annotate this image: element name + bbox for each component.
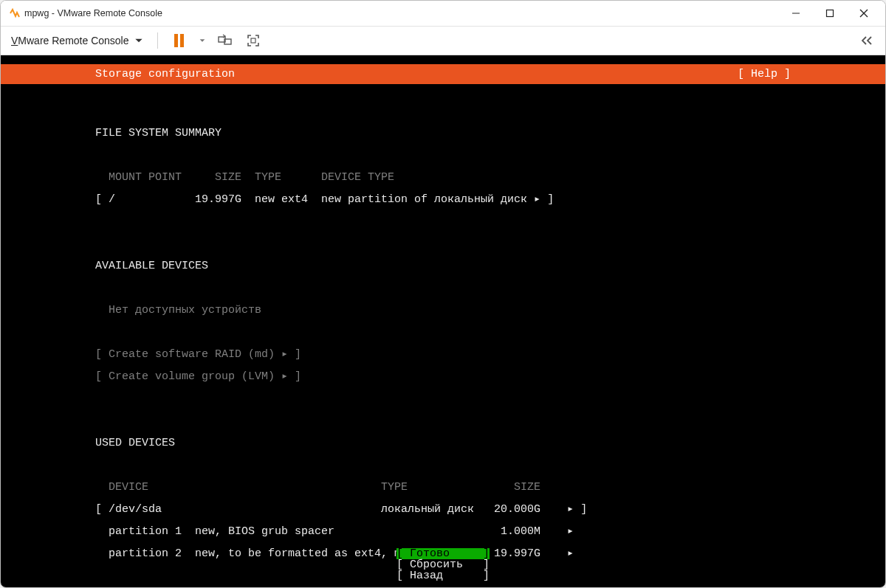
back-button[interactable]: [ Назад ] (396, 570, 490, 581)
minimize-button[interactable] (779, 2, 813, 24)
fs-columns: MOUNT POINT SIZE TYPE DEVICE TYPE (95, 172, 885, 183)
used-partition-row[interactable]: partition 1 new, BIOS grub spacer 1.000M… (95, 526, 885, 537)
vmrc-menu-button[interactable]: VMware Remote Console (8, 30, 147, 52)
app-icon (8, 7, 20, 19)
toolbar: VMware Remote Console (1, 26, 885, 55)
window-title: mpwg - VMware Remote Console (24, 8, 162, 18)
close-icon (859, 9, 868, 18)
create-lvm-button[interactable]: [ Create volume group (LVM) ▸ ] (95, 371, 885, 382)
reset-button[interactable]: [ Сбросить ] (396, 559, 490, 570)
app-window: mpwg - VMware Remote Console VMware Remo… (0, 0, 886, 588)
section-heading: AVAILABLE DEVICES (95, 260, 885, 271)
power-options-dropdown[interactable] (196, 30, 208, 52)
installer-body: FILE SYSTEM SUMMARY MOUNT POINT SIZE TYP… (1, 84, 885, 587)
create-raid-button[interactable]: [ Create software RAID (md) ▸ ] (95, 349, 885, 360)
chevron-down-icon (199, 37, 206, 44)
used-device-row[interactable]: [ /dev/sda локальный диск 20.000G ▸ ] (95, 504, 885, 515)
chevron-down-icon (134, 35, 144, 46)
fs-row[interactable]: [ / 19.997G new ext4 new partition of ло… (95, 194, 885, 205)
pause-vm-button[interactable] (168, 30, 190, 52)
close-button[interactable] (847, 2, 881, 24)
used-columns: DEVICE TYPE SIZE (95, 482, 885, 493)
section-heading: USED DEVICES (95, 437, 885, 449)
no-devices-label: Нет доступных устройств (95, 305, 885, 316)
send-keys-icon (218, 33, 233, 48)
minimize-icon (791, 9, 800, 18)
done-button[interactable]: [ Готово ] (396, 548, 490, 559)
fullscreen-button[interactable] (242, 30, 264, 52)
svg-rect-3 (251, 38, 255, 43)
installer-nav-buttons: [ Готово ] [ Сбросить ] [ Назад ] (1, 548, 885, 581)
maximize-icon (825, 9, 834, 18)
send-ctrl-alt-del-button[interactable] (214, 30, 236, 52)
collapse-toolbar-button[interactable] (856, 30, 878, 52)
help-button[interactable]: [ Help ] (738, 69, 885, 80)
svg-rect-0 (827, 10, 834, 17)
console-gap (1, 55, 885, 64)
fullscreen-icon (246, 33, 261, 48)
installer-title: Storage configuration (1, 69, 235, 80)
window-controls (779, 2, 881, 24)
titlebar: mpwg - VMware Remote Console (1, 1, 885, 26)
maximize-button[interactable] (813, 2, 847, 24)
separator (157, 32, 158, 49)
menu-label-rest: Mware Remote Console (18, 35, 128, 46)
pause-icon (174, 34, 184, 47)
vm-console[interactable]: Storage configuration [ Help ] FILE SYST… (1, 55, 885, 587)
installer-header: Storage configuration [ Help ] (1, 64, 885, 84)
section-heading: FILE SYSTEM SUMMARY (95, 128, 885, 139)
menu-label-accel: V (11, 35, 18, 46)
double-chevron-left-icon (860, 35, 873, 46)
